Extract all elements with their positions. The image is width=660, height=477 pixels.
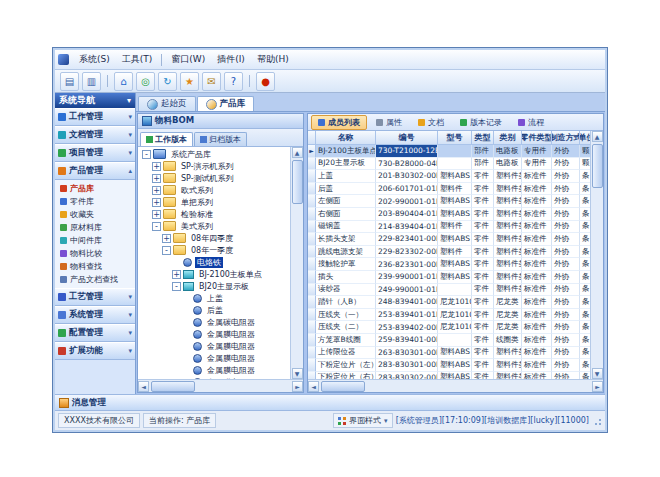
tree-node[interactable]: +SP-测试机系列 [138, 172, 290, 184]
tree-horizontal-scrollbar[interactable]: ◄ ► [138, 379, 303, 392]
tree-node[interactable]: 上盖 [138, 292, 290, 304]
toolbar-button-help[interactable]: ? [224, 72, 243, 91]
ui-style-selector[interactable]: 界面样式 ▾ [333, 413, 393, 428]
table-row[interactable]: 后盖206-601701-01E塑料件零件塑料件类标准件外协条 [308, 183, 590, 196]
table-row[interactable]: 读纱器249-990001-01E零件塑料件类标准件外协条 [308, 284, 590, 297]
table-vertical-scrollbar[interactable]: ▲ ▼ [590, 131, 603, 379]
toolbar-button-exit[interactable]: ● [256, 72, 275, 91]
expand-icon[interactable]: + [172, 270, 181, 279]
menu-item-tools[interactable]: 工具(T) [116, 51, 159, 68]
table-row[interactable]: 下粉定位片（右）283-830302-00E塑料ABS零件塑料件类标准件外协条 [308, 372, 590, 379]
tree-node[interactable]: -08年一季度 [138, 244, 290, 256]
scroll-thumb[interactable] [321, 381, 365, 392]
sidebar-group-config-mgmt[interactable]: 配置管理▾ [55, 324, 135, 342]
tree-node[interactable]: 金属碳电阻器 [138, 316, 290, 328]
menu-item-window[interactable]: 窗口(W) [165, 51, 211, 68]
sidebar-group-work-mgmt[interactable]: 工作管理▾ [55, 108, 135, 126]
scroll-left-icon[interactable]: ◄ [138, 381, 149, 392]
tree-node[interactable]: +单把系列 [138, 196, 290, 208]
expand-icon[interactable]: + [152, 174, 161, 183]
sidebar-item-part-library[interactable]: 零件库 [55, 195, 135, 208]
menu-item-system[interactable]: 系统(S) [73, 51, 116, 68]
column-header-2[interactable]: 编号 [376, 131, 438, 145]
menu-item-plugins[interactable]: 插件(I) [211, 51, 251, 68]
tree-node[interactable]: 电烙铁 [138, 256, 290, 268]
scroll-right-icon[interactable]: ► [592, 381, 603, 392]
tree-node[interactable]: +SP-演示机系列 [138, 160, 290, 172]
scroll-up-icon[interactable]: ▲ [292, 147, 303, 158]
column-header-4[interactable]: 类型 [472, 131, 494, 145]
toolbar-button-mail[interactable]: ✉ [202, 72, 221, 91]
message-panel-bar[interactable]: 消息管理 [55, 394, 605, 411]
scroll-left-icon[interactable]: ◄ [308, 381, 319, 392]
table-row[interactable]: 上盖201-B30302-00E塑料ABS零件塑料件类标准件外协条 [308, 170, 590, 183]
scroll-up-icon[interactable]: ▲ [592, 131, 603, 142]
sidebar-group-system-mgmt[interactable]: 系统管理▾ [55, 306, 135, 324]
resize-grip[interactable] [592, 416, 602, 426]
table-row[interactable]: 左侧面202-990001-01E塑料ABS零件塑料件类标准件外协条 [308, 195, 590, 208]
expand-icon[interactable]: + [162, 234, 171, 243]
sidebar-group-doc-mgmt[interactable]: 文档管理▾ [55, 126, 135, 144]
tab-product-library[interactable]: 产品库 [197, 96, 255, 111]
tree-node[interactable]: +08年四季度 [138, 232, 290, 244]
sidebar-group-product-mgmt[interactable]: 产品管理▴ [55, 162, 135, 180]
toolbar-button-window-split[interactable]: ▥ [82, 72, 101, 91]
tab-member-list[interactable]: 成员列表 [311, 115, 367, 130]
tab-version-history[interactable]: 版本记录 [453, 115, 509, 130]
column-header-6[interactable]: 零件类型 [522, 131, 552, 145]
table-row[interactable]: ►BJ-2100主板单点730-T21000-12E部件电路板专用件外协颗 [308, 145, 590, 158]
tree-vertical-scrollbar[interactable]: ▲ ▼ [290, 147, 303, 379]
tab-documents[interactable]: 文档 [411, 115, 451, 130]
column-header-7[interactable]: 制造方式 [552, 131, 580, 145]
tab-properties[interactable]: 属性 [369, 115, 409, 130]
tree-node[interactable]: -系统产品库 [138, 148, 290, 160]
table-row[interactable]: 压线夹（一）253-839401-01E尼龙1010零件尼龙类标准件外协条 [308, 309, 590, 322]
sidebar-group-extensions[interactable]: 扩展功能▾ [55, 342, 135, 360]
scroll-down-icon[interactable]: ▼ [292, 368, 303, 379]
tree-node[interactable]: +欧式系列 [138, 184, 290, 196]
table-row[interactable]: 跳线电源支架229-823302-00E塑料件零件塑料件类标准件外协条 [308, 246, 590, 259]
sidebar-item-material-compare[interactable]: 物料比较 [55, 247, 135, 260]
tree-node[interactable]: 后盖 [138, 304, 290, 316]
tree-node[interactable]: 金属膜电阻器 [138, 328, 290, 340]
collapse-icon[interactable]: - [142, 150, 151, 159]
column-header-3[interactable]: 型号 [438, 131, 472, 145]
table-row[interactable]: 踏针（人B）248-839401-00E尼龙1010零件尼龙类标准件外协条 [308, 296, 590, 309]
menu-item-help[interactable]: 帮助(H) [251, 51, 295, 68]
tree-node[interactable]: 金属膜电阻器 [138, 340, 290, 352]
tab-workflow[interactable]: 流程 [511, 115, 551, 130]
tree-node[interactable]: +BJ-2100主板单点 [138, 268, 290, 280]
toolbar-button-home[interactable]: ⌂ [114, 72, 133, 91]
sidebar-item-intermediate-library[interactable]: 中间件库 [55, 234, 135, 247]
collapse-icon[interactable]: - [162, 246, 171, 255]
tree-node[interactable]: -美式系列 [138, 220, 290, 232]
table-row[interactable]: 插头239-990001-01E塑料ABS零件塑料件类标准件外协条 [308, 271, 590, 284]
expand-icon[interactable]: + [152, 210, 161, 219]
expand-icon[interactable]: + [152, 186, 161, 195]
table-row[interactable]: 下粉定位片（左）283-830301-00E塑料ABS零件塑料件类标准件外协条 [308, 359, 590, 372]
scroll-down-icon[interactable]: ▼ [592, 368, 603, 379]
table-row[interactable]: 磁钢盖214-839404-01E塑料件零件塑料件类标准件外协条 [308, 221, 590, 234]
sidebar-item-raw-material-library[interactable]: 原材料库 [55, 221, 135, 234]
toolbar-button-favorites[interactable]: ★ [180, 72, 199, 91]
tree-node[interactable]: 金属膜电阻器 [138, 352, 290, 364]
toolbar-button-search[interactable]: ◎ [136, 72, 155, 91]
toolbar-button-view-layout[interactable]: ▤ [60, 72, 79, 91]
table-row[interactable]: 长插头支架229-823401-00E塑料ABS零件塑料件类标准件外协条 [308, 233, 590, 246]
column-header-8[interactable]: 单位 [580, 131, 590, 145]
sidebar-group-process-mgmt[interactable]: 工艺管理▾ [55, 288, 135, 306]
sidebar-item-favorites[interactable]: 收藏夹 [55, 208, 135, 221]
table-horizontal-scrollbar[interactable]: ◄ ► [308, 379, 603, 392]
sidebar-item-product-library[interactable]: 产品库 [55, 182, 135, 195]
tab-archived-version[interactable]: 归档版本 [194, 132, 247, 146]
sidebar-item-product-doc-search[interactable]: 产品文档查找 [55, 273, 135, 286]
expand-icon[interactable]: + [152, 198, 161, 207]
tree-node[interactable]: +检验标准 [138, 208, 290, 220]
table-row[interactable]: 接触轮护罩236-823301-00E塑料ABS零件塑料件类标准件外协条 [308, 258, 590, 271]
column-header-5[interactable]: 类别 [494, 131, 522, 145]
expand-icon[interactable]: + [152, 162, 161, 171]
sidebar-item-material-search[interactable]: 物料查找 [55, 260, 135, 273]
table-row[interactable]: 压线夹（二）253-839402-00E尼龙1010零件尼龙类标准件外协条 [308, 321, 590, 334]
table-row[interactable]: 上传限位器263-830301-00E塑料ABS零件塑料件类标准件外协条 [308, 347, 590, 360]
sidebar-group-project-mgmt[interactable]: 项目管理▾ [55, 144, 135, 162]
